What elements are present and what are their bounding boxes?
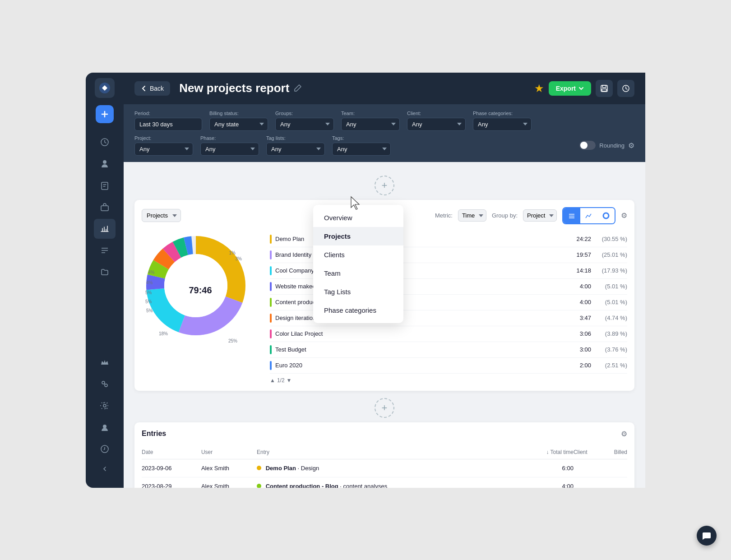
rounding-label: Rounding	[599, 142, 625, 149]
filter-period: Period: Last 30 days	[134, 111, 202, 131]
color-bar-7	[270, 345, 272, 354]
widget-controls: Metric: Time Group by: Project	[435, 207, 627, 224]
filter-billing: Billing status: Any state	[209, 111, 268, 131]
sidebar-item-integrations[interactable]	[94, 374, 116, 394]
entry-billed-0	[601, 459, 627, 477]
sidebar	[86, 73, 124, 488]
billing-label: Billing status:	[209, 111, 268, 116]
add-section-middle-button[interactable]: +	[375, 398, 394, 418]
filter-client: Client: Any	[407, 111, 466, 131]
add-section-top-button[interactable]: +	[375, 176, 394, 195]
sidebar-item-profile[interactable]	[94, 417, 116, 437]
svg-point-14	[605, 214, 607, 217]
widget-gear-button[interactable]: ⚙	[621, 211, 627, 220]
favorite-button[interactable]: ★	[534, 82, 544, 95]
client-select[interactable]: Any	[407, 118, 466, 131]
save-button[interactable]	[596, 80, 613, 97]
col-entry: Entry	[257, 445, 519, 459]
entry-client-0	[574, 459, 601, 477]
entries-table: Date User Entry ↓ Total time Client Bill…	[142, 445, 627, 488]
sidebar-item-lists[interactable]	[94, 241, 116, 260]
filter-project: Project: Any	[134, 135, 193, 156]
period-value[interactable]: Last 30 days	[134, 118, 202, 131]
col-total-time[interactable]: ↓ Total time	[519, 445, 574, 459]
svg-point-5	[105, 384, 107, 387]
color-bar-8	[270, 361, 272, 370]
add-section-middle: +	[134, 398, 634, 418]
entries-widget: Entries ⚙ Date User Entry ↓ Total time C…	[134, 422, 634, 488]
edit-icon[interactable]	[294, 81, 302, 95]
tag-lists-select[interactable]: Any	[266, 143, 325, 156]
view-toggle	[562, 207, 615, 224]
filter-groups: Groups: Any	[275, 111, 334, 131]
groups-select[interactable]: Any	[275, 118, 334, 131]
phase-select[interactable]: Any	[200, 143, 259, 156]
history-button[interactable]	[617, 80, 634, 97]
team-select[interactable]: Any	[341, 118, 400, 131]
metric-select[interactable]: Time	[458, 209, 486, 222]
data-row-8: Euro 2020 2:00 (2.51 %)	[270, 358, 627, 374]
project-select[interactable]: Any	[134, 143, 193, 156]
filter-tags: Tags: Any	[332, 135, 391, 156]
pagination-up-icon[interactable]: ▲	[270, 377, 275, 384]
entry-entry-1: Content production - Blog · content anal…	[257, 477, 519, 488]
sidebar-item-folder[interactable]	[94, 262, 116, 282]
sidebar-item-crown[interactable]	[94, 352, 116, 372]
entry-time-0: 6:00	[519, 459, 574, 477]
sidebar-item-reports[interactable]	[94, 219, 116, 239]
col-client: Client	[574, 445, 601, 459]
entry-date-0: 2023-09-06	[142, 459, 201, 477]
sidebar-nav	[94, 132, 116, 352]
widget-type-select[interactable]: Projects	[142, 209, 181, 222]
dropdown-item-team[interactable]: Team	[313, 264, 403, 282]
chart-label-3pct: 3%	[236, 256, 242, 261]
sidebar-collapse-button[interactable]	[94, 461, 116, 477]
sidebar-bottom	[94, 352, 116, 482]
col-date: Date	[142, 445, 201, 459]
dropdown-item-projects[interactable]: Projects	[313, 227, 403, 245]
data-row-7: Test Budget 3:00 (3.76 %)	[270, 342, 627, 358]
dropdown-item-phase-categories[interactable]: Phase categories	[313, 301, 403, 319]
sidebar-item-time[interactable]	[94, 132, 116, 152]
project-label: Project:	[134, 135, 193, 141]
chart-label-5pct-a: 5%	[145, 290, 152, 295]
add-button[interactable]	[96, 105, 114, 123]
color-bar-2	[270, 266, 272, 275]
back-button[interactable]: Back	[134, 81, 170, 96]
filter-phase: Phase: Any	[200, 135, 259, 156]
view-donut-button[interactable]	[597, 208, 615, 223]
svg-point-4	[102, 381, 105, 384]
dropdown-item-tag-lists[interactable]: Tag Lists	[313, 282, 403, 301]
widget-type-dropdown: Overview Projects Clients Team Tag Lists…	[313, 205, 403, 323]
rounding-gear-button[interactable]: ⚙	[628, 141, 634, 150]
dropdown-item-overview[interactable]: Overview	[313, 208, 403, 227]
phase-label: Phase:	[200, 135, 259, 141]
donut-chart: 79:46 1% 3% 4% 4% 5% 5% 5% 18% 25%	[142, 231, 259, 349]
entry-row-0: 2023-09-06 Alex Smith Demo Plan · Design…	[142, 459, 627, 477]
sidebar-item-settings[interactable]	[94, 396, 116, 416]
metric-label: Metric:	[435, 212, 453, 219]
content-area: + Overview Projects Clients Team Tag Lis…	[124, 162, 645, 488]
chart-label-18pct: 18%	[159, 331, 168, 336]
tags-select[interactable]: Any	[332, 143, 391, 156]
header-left: Back New projects report	[134, 81, 302, 96]
rounding-toggle[interactable]	[579, 141, 596, 150]
view-chart-button[interactable]	[580, 208, 597, 223]
view-list-button[interactable]	[563, 208, 580, 223]
entry-user-0: Alex Smith	[201, 459, 257, 477]
sidebar-item-users[interactable]	[94, 154, 116, 174]
entry-row-1: 2023-08-29 Alex Smith Content production…	[142, 477, 627, 488]
export-button[interactable]: Export	[549, 81, 591, 96]
sidebar-item-projects[interactable]	[94, 197, 116, 217]
entries-gear-button[interactable]: ⚙	[621, 430, 627, 438]
svg-point-6	[103, 404, 106, 407]
dropdown-item-clients[interactable]: Clients	[313, 245, 403, 264]
sidebar-item-history[interactable]	[94, 439, 116, 459]
billing-select[interactable]: Any state	[209, 118, 268, 131]
pagination-down-icon[interactable]: ▼	[287, 377, 292, 384]
groupby-select[interactable]: Project	[523, 209, 557, 222]
phase-cat-select[interactable]: Any	[473, 118, 532, 131]
sidebar-item-docs[interactable]	[94, 176, 116, 195]
entry-date-1: 2023-08-29	[142, 477, 201, 488]
color-bar-4	[270, 298, 272, 307]
